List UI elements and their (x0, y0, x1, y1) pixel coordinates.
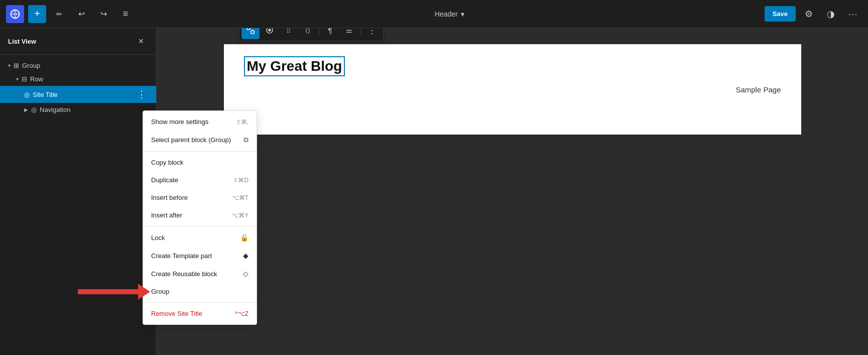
arrow-head (138, 284, 150, 300)
context-menu: Show more settings ⇧⌘, Select parent blo… (143, 110, 257, 325)
menu-item-insert-before[interactable]: Insert before ⌥⌘T (143, 189, 257, 206)
topbar: + ✏ ↩ ↪ ≡ Header ▾ Save ⚙ ◑ ⋯ (0, 0, 868, 28)
svg-point-7 (269, 29, 271, 31)
list-item-site-title[interactable]: ◎ Site Title ⋮ (0, 86, 156, 103)
canvas-inner: ⟨⟩ ¶ ☰ ⋮ My Great Blog Sample Page (157, 44, 868, 135)
lock-label: Lock (151, 234, 240, 242)
remove-site-title-shortcut: ^⌥Z (235, 310, 249, 317)
undo-button[interactable]: ↩ (72, 5, 90, 23)
navigation-label: Navigation (40, 106, 148, 113)
block-toolbar: ⟨⟩ ¶ ☰ ⋮ (239, 28, 384, 41)
editor-frame: ⟨⟩ ¶ ☰ ⋮ My Great Blog Sample Page (224, 44, 801, 135)
chevron-down-icon: ▾ (461, 10, 464, 18)
menu-item-create-reusable[interactable]: Create Reusable block ◇ (143, 265, 257, 283)
more-options-button[interactable]: ⋮ (363, 28, 381, 39)
insert-after-label: Insert after (151, 211, 231, 219)
canvas-area: ⟨⟩ ¶ ☰ ⋮ My Great Blog Sample Page (157, 28, 868, 355)
sidebar-title: List View (8, 38, 36, 45)
header-dropdown-button[interactable]: Header ▾ (429, 7, 470, 21)
menu-divider-3 (143, 302, 257, 303)
edit-button[interactable]: ✏ (50, 5, 68, 23)
show-more-settings-label: Show more settings (151, 118, 236, 126)
redo-button[interactable]: ↪ (94, 5, 112, 23)
list-item-group[interactable]: ▾ ⊞ Group (0, 59, 156, 72)
menu-item-duplicate[interactable]: Duplicate ⇧⌘D (143, 171, 257, 189)
sidebar-content: ▾ ⊞ Group ▾ ⊟ Row ◎ Site Title ⋮ ▶ ◎ Nav… (0, 55, 156, 355)
insert-before-shortcut: ⌥⌘T (232, 194, 249, 201)
topbar-center: Header ▾ (135, 7, 765, 21)
menu-divider-2 (143, 226, 257, 226)
red-arrow-indicator (78, 284, 150, 300)
group-label: Group (151, 288, 249, 295)
insert-after-shortcut: ⌥⌘Y (231, 212, 249, 219)
add-block-button[interactable]: + (28, 5, 46, 23)
select-parent-label: Select parent block (Group) (151, 136, 243, 144)
settings-button[interactable]: ⚙ (800, 5, 818, 23)
svg-rect-3 (251, 31, 254, 34)
sidebar-header: List View × (0, 28, 156, 55)
create-template-part-label: Create Template part (151, 252, 243, 260)
arrow-body (78, 289, 138, 294)
paragraph-button[interactable]: ¶ (321, 28, 339, 39)
lock-icon: 🔒 (240, 233, 249, 242)
remove-site-title-label: Remove Site Title (151, 310, 235, 317)
toolbar-divider-2 (360, 28, 361, 36)
save-button[interactable]: Save (765, 6, 796, 22)
move-handle-button[interactable] (280, 28, 298, 39)
topbar-right: Save ⚙ ◑ ⋯ (765, 5, 862, 23)
copy-block-label: Copy block (151, 159, 249, 166)
toolbar-divider (319, 28, 319, 36)
group-label: Group (22, 62, 148, 69)
svg-point-11 (289, 30, 290, 31)
group-block-icon: ⊞ (14, 62, 19, 69)
duplicate-shortcut: ⇧⌘D (233, 177, 249, 184)
wp-logo (6, 5, 24, 23)
create-reusable-label: Create Reusable block (151, 270, 243, 278)
menu-item-select-parent[interactable]: Select parent block (Group) ⧉ (143, 131, 257, 149)
chevron-icon: ▾ (8, 63, 11, 68)
list-item-navigation[interactable]: ▶ ◎ Navigation (0, 103, 156, 116)
svg-point-9 (289, 28, 290, 29)
header-label: Header (435, 10, 458, 18)
code-editor-button[interactable]: ⟨⟩ (299, 28, 317, 39)
svg-point-12 (287, 32, 288, 33)
menu-item-show-more-settings[interactable]: Show more settings ⇧⌘, (143, 113, 257, 131)
select-parent-icon: ⧉ (243, 136, 249, 144)
drag-handle-button[interactable] (261, 28, 279, 39)
site-title-block-icon: ◎ (24, 91, 30, 98)
duplicate-label: Duplicate (151, 176, 233, 184)
svg-point-10 (287, 30, 288, 31)
svg-point-8 (287, 28, 288, 29)
contrast-button[interactable]: ◑ (822, 5, 840, 23)
row-label: Row (30, 75, 148, 83)
transform-button[interactable] (241, 28, 260, 39)
svg-point-13 (289, 32, 290, 33)
menu-divider-1 (143, 151, 257, 152)
row-block-icon: ⊟ (22, 75, 27, 83)
topbar-left: + ✏ ↩ ↪ ≡ (6, 5, 135, 23)
site-title-more-button[interactable]: ⋮ (135, 89, 148, 100)
menu-item-create-template-part[interactable]: Create Template part ◆ (143, 247, 257, 265)
svg-rect-2 (247, 28, 250, 30)
menu-item-insert-after[interactable]: Insert after ⌥⌘Y (143, 206, 257, 224)
chevron-icon: ▾ (16, 76, 19, 82)
site-title-display: My Great Blog (244, 56, 345, 76)
show-more-settings-shortcut: ⇧⌘, (236, 119, 249, 126)
menu-item-group[interactable]: Group (143, 283, 257, 300)
site-title-label: Site Title (33, 91, 132, 98)
align-button[interactable]: ☰ (340, 28, 358, 39)
menu-item-copy-block[interactable]: Copy block (143, 154, 257, 171)
menu-item-remove-site-title[interactable]: Remove Site Title ^⌥Z (143, 305, 257, 322)
reusable-icon: ◇ (243, 270, 249, 278)
insert-before-label: Insert before (151, 194, 232, 201)
menu-item-lock[interactable]: Lock 🔒 (143, 228, 257, 247)
more-menu-button[interactable]: ⋯ (844, 5, 862, 23)
list-view-button[interactable]: ≡ (116, 5, 135, 23)
template-part-icon: ◆ (243, 252, 249, 260)
list-item-row[interactable]: ▾ ⊟ Row (0, 72, 156, 86)
sidebar: List View × ▾ ⊞ Group ▾ ⊟ Row ◎ Site Tit… (0, 28, 157, 355)
navigation-block-icon: ◎ (31, 106, 37, 113)
chevron-icon: ▶ (24, 107, 28, 112)
sidebar-close-button[interactable]: × (134, 34, 148, 48)
sample-page-link[interactable]: Sample Page (735, 85, 781, 94)
